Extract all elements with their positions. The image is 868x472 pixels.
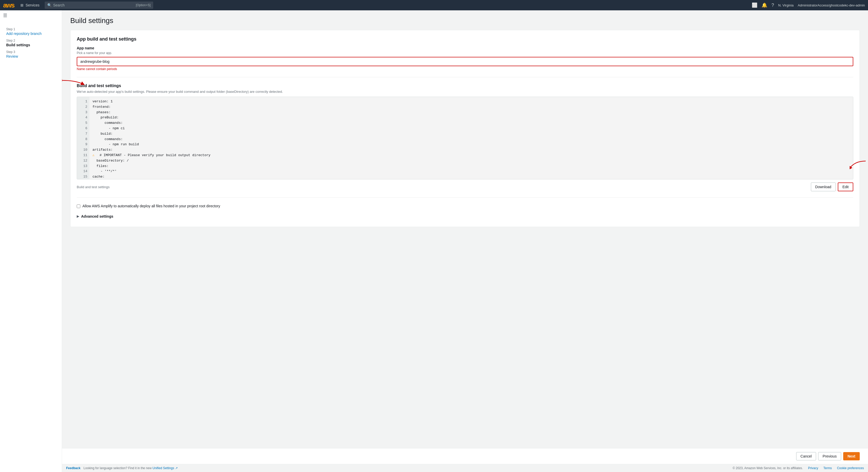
build-section-title: Build and test settings [77, 84, 853, 88]
sidebar-item-build-settings[interactable]: Build settings [6, 43, 56, 47]
section-divider [77, 77, 853, 77]
annotation-1: 1 [62, 77, 62, 84]
section-divider-2 [77, 198, 853, 198]
app-name-hint: Pick a name for your app. [77, 51, 853, 55]
edit-button[interactable]: Edit [838, 182, 853, 191]
app-name-error: Name cannot contain periods [77, 67, 853, 71]
grid-icon: ⊞ [21, 3, 24, 7]
sidebar-item-add-repository[interactable]: Add repository branch [6, 32, 56, 36]
app-name-input[interactable] [77, 57, 853, 66]
help-icon[interactable]: ? [771, 3, 774, 8]
bell-icon[interactable]: 🔔 [762, 2, 767, 8]
advanced-settings-toggle[interactable]: ▶ Advanced settings [77, 212, 853, 220]
footer-info: Looking for language selection? Find it … [84, 466, 178, 470]
editor-footer-label: Build and test settings [77, 185, 110, 189]
code-editor[interactable]: 1 2 3 4 5 6 7 8 9 10 11 [77, 97, 853, 179]
auto-deploy-row: Allow AWS Amplify to automatically deplo… [77, 204, 853, 208]
search-bar[interactable]: 🔍 [Option+S] [45, 2, 153, 9]
app-body: ☰ Step 1 Add repository branch Step 2 Bu… [0, 10, 868, 472]
top-navigation: aws ⊞ Services 🔍 [Option+S] ⬜ 🔔 ? N. Vir… [0, 0, 868, 10]
advanced-settings-label: Advanced settings [81, 214, 113, 218]
code-content: version: 1 frontend: phases: preBuild: c… [89, 97, 853, 179]
search-shortcut: [Option+S] [136, 3, 151, 7]
next-button[interactable]: Next [843, 452, 860, 460]
main-content: Build settings App build and test settin… [62, 10, 868, 448]
sidebar: ☰ Step 1 Add repository branch Step 2 Bu… [0, 10, 62, 472]
build-section-desc: We've auto-detected your app's build set… [77, 90, 853, 94]
footer-copyright: © 2023, Amazon Web Services, Inc. or its… [733, 466, 803, 470]
sidebar-step-3: Step 3 Review [0, 49, 62, 60]
action-bar: Cancel Previous Next [62, 448, 868, 464]
content-wrapper: Build settings App build and test settin… [62, 10, 868, 472]
sidebar-step-2: Step 2 Build settings [0, 37, 62, 49]
sidebar-step-1: Step 1 Add repository branch [0, 26, 62, 37]
line-numbers: 1 2 3 4 5 6 7 8 9 10 11 [77, 97, 89, 179]
aws-logo[interactable]: aws [3, 1, 14, 9]
external-link-icon: ↗ [175, 466, 178, 470]
terms-link[interactable]: Terms [823, 466, 832, 470]
account-menu[interactable]: AdministratorAccess/ghostcodekc-dev-admi… [798, 3, 865, 7]
auto-deploy-checkbox[interactable] [77, 204, 80, 208]
cancel-button[interactable]: Cancel [796, 452, 816, 460]
page-title: Build settings [70, 17, 860, 25]
download-button[interactable]: Download [811, 182, 836, 191]
region-selector[interactable]: N. Virginia [778, 3, 794, 7]
previous-button[interactable]: Previous [818, 452, 841, 460]
cookie-preferences-link[interactable]: Cookie preferences [837, 466, 864, 470]
search-input[interactable] [53, 3, 134, 7]
footer: Feedback Looking for language selection?… [62, 464, 868, 472]
footer-right: © 2023, Amazon Web Services, Inc. or its… [733, 466, 864, 470]
annotation-circle-1: 1 [62, 77, 62, 84]
editor-footer-buttons: Download Edit [811, 182, 853, 191]
build-settings-section: Build and test settings We've auto-detec… [77, 84, 853, 191]
nav-right: ⬜ 🔔 ? N. Virginia AdministratorAccess/gh… [752, 2, 865, 8]
feedback-link[interactable]: Feedback [66, 466, 80, 470]
step1-label: Step 1 [6, 27, 56, 31]
app-name-label: App name [77, 46, 853, 50]
sidebar-item-review[interactable]: Review [6, 54, 56, 58]
editor-footer: Build and test settings Download Edit [77, 182, 853, 191]
code-lines: 1 2 3 4 5 6 7 8 9 10 11 [77, 97, 853, 179]
main-card: App build and test settings App name Pic… [70, 30, 860, 227]
card-title: App build and test settings [77, 36, 853, 42]
warning-icon: ⚠ [92, 153, 95, 157]
unified-settings-link[interactable]: Unified Settings ↗ [152, 466, 178, 470]
search-icon: 🔍 [47, 3, 52, 7]
services-menu[interactable]: ⊞ Services [18, 2, 41, 8]
menu-toggle[interactable]: ☰ [0, 10, 10, 21]
step3-label: Step 3 [6, 50, 56, 54]
chevron-right-icon: ▶ [77, 214, 79, 218]
step2-label: Step 2 [6, 39, 56, 42]
auto-deploy-label[interactable]: Allow AWS Amplify to automatically deplo… [83, 204, 220, 208]
app-name-section: App name Pick a name for your app. Name … [77, 46, 853, 71]
footer-left: Feedback Looking for language selection?… [66, 466, 178, 470]
terminal-icon[interactable]: ⬜ [752, 2, 757, 8]
privacy-link[interactable]: Privacy [808, 466, 818, 470]
